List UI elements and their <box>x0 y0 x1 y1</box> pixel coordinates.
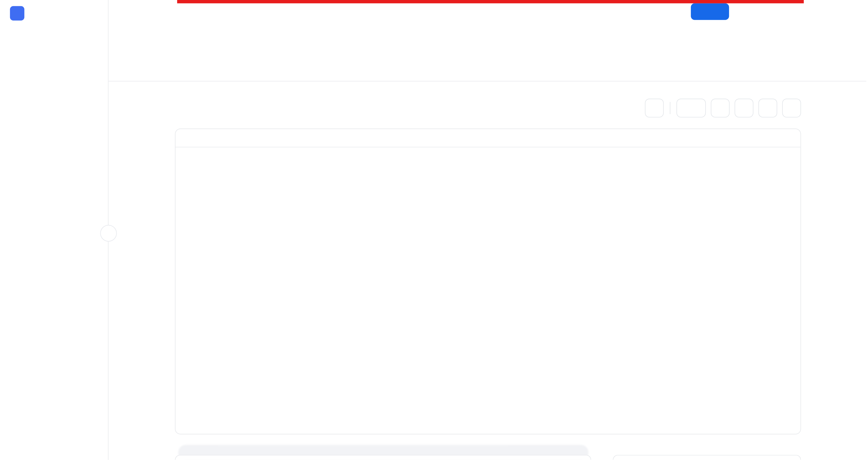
bar-chart-icon <box>649 103 659 113</box>
table-header-row <box>176 129 801 147</box>
search-button[interactable] <box>711 99 730 118</box>
bottom-card-right <box>613 455 801 460</box>
sidebar <box>0 0 108 460</box>
brand-logo[interactable] <box>10 6 24 20</box>
help-icon[interactable] <box>767 6 778 17</box>
zones-table <box>175 128 801 434</box>
filter-button[interactable] <box>735 99 753 118</box>
add-button[interactable] <box>691 3 729 20</box>
chart-view-button[interactable] <box>645 99 664 118</box>
chat-bubble-icon[interactable] <box>839 430 864 455</box>
table-toolbar <box>175 99 801 118</box>
customize-columns-button[interactable] <box>758 99 777 118</box>
sidebar-ellipsis-icon[interactable] <box>88 5 98 16</box>
search-icon <box>715 103 725 113</box>
calendar-icon <box>684 103 694 113</box>
user-avatar[interactable] <box>792 4 806 19</box>
app-window <box>0 0 868 460</box>
grid-plus-icon <box>763 103 773 113</box>
filter-icon <box>739 103 749 113</box>
kebab-icon <box>786 103 797 113</box>
chevron-left-icon <box>104 229 113 238</box>
highlight-rectangle <box>177 0 804 3</box>
chevron-down-icon <box>708 8 715 15</box>
accessibility-icon[interactable] <box>848 225 864 241</box>
tabs-divider <box>108 81 867 82</box>
bottom-card-left <box>175 455 591 460</box>
notifications-bell-icon[interactable] <box>741 6 752 17</box>
toolbar-divider <box>670 102 671 114</box>
sidebar-collapse-button[interactable] <box>100 225 117 241</box>
date-range-picker[interactable] <box>677 99 706 118</box>
table-footer-row <box>176 147 801 167</box>
table-menu-button[interactable] <box>782 99 801 118</box>
